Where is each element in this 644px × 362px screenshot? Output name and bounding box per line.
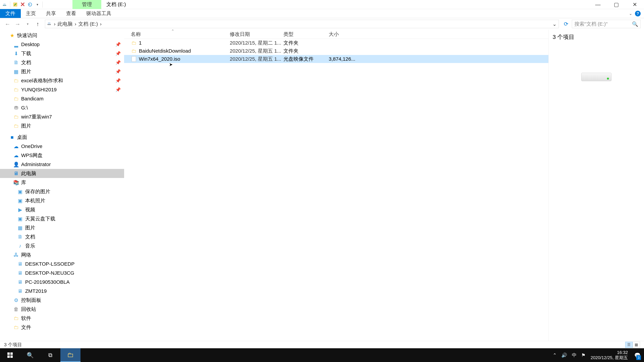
taskbar-clock[interactable]: 16:32 2020/12/25, 星期五: [588, 350, 630, 360]
music-icon: ♪: [17, 243, 23, 249]
ribbon-right: ⌄ ?: [629, 9, 644, 18]
breadcrumb-current[interactable]: 文档 (E:): [78, 21, 98, 27]
qat-delete-icon[interactable]: ✕: [19, 1, 26, 8]
nav-onedrive[interactable]: ☁OneDrive: [0, 142, 124, 151]
nav-lib-item[interactable]: ▦图片: [0, 223, 124, 232]
breadcrumb-root[interactable]: 此电脑: [58, 21, 72, 27]
tab-file[interactable]: 文件: [0, 9, 21, 18]
nav-quick-access[interactable]: ★快速访问: [0, 31, 124, 40]
file-date: 2020/12/25, 星期五 1...: [230, 56, 284, 62]
tab-home[interactable]: 主页: [21, 9, 41, 18]
column-header-name[interactable]: 名称⌃: [131, 31, 230, 38]
pin-icon: 📌: [116, 60, 121, 65]
search-input[interactable]: 搜索"文档 (E:)" 🔍: [572, 20, 641, 28]
nav-label: OneDrive: [21, 143, 42, 149]
forward-button[interactable]: →: [14, 20, 22, 28]
nav-qa-item[interactable]: 🗀YUNQISHI2019📌: [0, 85, 124, 94]
nav-label: 回收站: [21, 306, 36, 313]
nav-recycle-bin[interactable]: 🗑回收站: [0, 305, 124, 314]
close-button[interactable]: ✕: [626, 0, 644, 9]
file-type: 文件夹: [284, 39, 329, 46]
breadcrumb-dropdown-icon[interactable]: ⌄: [552, 21, 556, 27]
nav-folder[interactable]: 🗀文件: [0, 323, 124, 332]
nav-label: 软件: [21, 315, 31, 322]
preview-item-count: 3 个项目: [552, 33, 640, 41]
qat-undo-icon[interactable]: [27, 1, 33, 8]
file-row[interactable]: Win7x64_2020.iso 2020/12/25, 星期五 1... 光盘…: [124, 55, 548, 63]
navigation-pane[interactable]: ★快速访问 ▂Desktop📌 ⬇下载📌 🗎文档📌 ▦图片📌 🗀excel表格制…: [0, 30, 124, 341]
nav-qa-item[interactable]: ⛃G:\: [0, 103, 124, 112]
nav-lib-item[interactable]: ▶视频: [0, 205, 124, 214]
nav-label: G:\: [21, 105, 28, 111]
nav-network-pc[interactable]: 🖥PC-20190530OBLA: [0, 278, 124, 287]
nav-lib-item[interactable]: ▣本机照片: [0, 196, 124, 205]
nav-lib-item[interactable]: ▣保存的图片: [0, 187, 124, 196]
svg-rect-7: [10, 353, 13, 355]
ribbon-expand-icon[interactable]: ⌄: [629, 11, 632, 16]
recent-locations-dropdown[interactable]: ▾: [24, 20, 32, 28]
up-button[interactable]: ↑: [34, 20, 42, 28]
nav-lib-item[interactable]: 🗎文档: [0, 232, 124, 241]
nav-lib-item[interactable]: ♪音乐: [0, 241, 124, 250]
file-list[interactable]: 🗀 1 2020/12/15, 星期二 1... 文件夹 🗀 BaiduNetd…: [124, 39, 548, 341]
qat-app-icon[interactable]: [2, 1, 8, 8]
nav-label: 文档: [21, 59, 31, 66]
breadcrumb-separator: ›: [54, 21, 56, 27]
nav-admin[interactable]: 👤Administrator: [0, 160, 124, 169]
nav-label: ZMT2019: [25, 288, 46, 294]
help-icon[interactable]: ?: [635, 11, 641, 16]
back-button[interactable]: ←: [3, 20, 12, 28]
nav-qa-item[interactable]: 🗀Bandicam: [0, 94, 124, 103]
explorer-taskbar-button[interactable]: 🗀: [60, 348, 80, 362]
nav-desktop[interactable]: ■桌面: [0, 133, 124, 142]
nav-qa-item[interactable]: 🗀win7重装win7: [0, 112, 124, 121]
minimize-button[interactable]: —: [589, 0, 607, 9]
nav-label: 网络: [21, 252, 31, 258]
search-button[interactable]: 🔍: [20, 348, 40, 362]
search-icon[interactable]: 🔍: [632, 21, 638, 27]
content-pane: 名称⌃ 修改日期 类型 大小 🗀 1 2020/12/15, 星期二 1... …: [124, 30, 548, 341]
nav-this-pc[interactable]: 🖥此电脑: [0, 169, 124, 178]
nav-lib-item[interactable]: ▣天翼云盘下载: [0, 214, 124, 223]
tray-overflow-icon[interactable]: ⌃: [550, 348, 559, 362]
nav-label: 本机照片: [25, 197, 45, 204]
maximize-button[interactable]: ▢: [607, 0, 626, 9]
qat-dropdown-icon[interactable]: ▾: [34, 1, 41, 8]
nav-wps[interactable]: ☁WPS网盘: [0, 151, 124, 160]
tab-view[interactable]: 查看: [61, 9, 81, 18]
nav-qa-item[interactable]: 🗀excel表格制作求和📌: [0, 76, 124, 85]
task-view-button[interactable]: ⧉: [40, 348, 60, 362]
nav-qa-item[interactable]: 🗀图片: [0, 121, 124, 130]
nav-folder[interactable]: 🗀软件: [0, 314, 124, 323]
tab-drive-tools[interactable]: 驱动器工具: [81, 9, 116, 18]
column-header-size[interactable]: 大小: [329, 31, 356, 38]
qat-properties-icon[interactable]: [12, 1, 18, 8]
tab-share[interactable]: 共享: [41, 9, 61, 18]
nav-network-pc[interactable]: 🖥DESKTOP-LSSOEDP: [0, 259, 124, 269]
ime-indicator[interactable]: 中: [570, 348, 579, 362]
file-row[interactable]: 🗀 BaiduNetdiskDownload 2020/12/25, 星期五 1…: [124, 47, 548, 55]
nav-qa-item[interactable]: ▂Desktop📌: [0, 40, 124, 49]
security-icon[interactable]: ⚑: [579, 348, 588, 362]
nav-control-panel[interactable]: ⚙控制面板: [0, 296, 124, 305]
view-icons-button[interactable]: ▦: [632, 342, 640, 348]
file-row[interactable]: 🗀 1 2020/12/15, 星期二 1... 文件夹: [124, 39, 548, 47]
refresh-button[interactable]: ⟳: [562, 20, 570, 28]
nav-qa-item[interactable]: ⬇下载📌: [0, 49, 124, 58]
nav-network-pc[interactable]: 🖥DESKTOP-NJEU3CG: [0, 269, 124, 278]
action-center-button[interactable]: 💬 3: [630, 348, 644, 362]
column-header-type[interactable]: 类型: [284, 31, 329, 38]
column-header-date[interactable]: 修改日期: [230, 31, 284, 38]
nav-network[interactable]: 🖧网络: [0, 250, 124, 259]
start-button[interactable]: [0, 348, 20, 362]
volume-icon[interactable]: 🔊: [559, 348, 570, 362]
breadcrumb[interactable]: › 此电脑 › 文档 (E:) › ⌄: [45, 20, 559, 28]
nav-qa-item[interactable]: ▦图片📌: [0, 67, 124, 76]
nav-libraries[interactable]: 📚库: [0, 178, 124, 187]
view-details-button[interactable]: ☰: [625, 342, 632, 348]
taskbar: 🔍 ⧉ 🗀 ⌃ 🔊 中 ⚑ 16:32 2020/12/25, 星期五 💬 3: [0, 348, 644, 362]
nav-network-pc[interactable]: 🖥ZMT2019: [0, 287, 124, 296]
nav-qa-item[interactable]: 🗎文档📌: [0, 58, 124, 67]
address-bar-row: ← → ▾ ↑ › 此电脑 › 文档 (E:) › ⌄ ⟳ 搜索"文档 (E:)…: [0, 18, 644, 30]
folder-icon: 🗀: [13, 123, 19, 129]
